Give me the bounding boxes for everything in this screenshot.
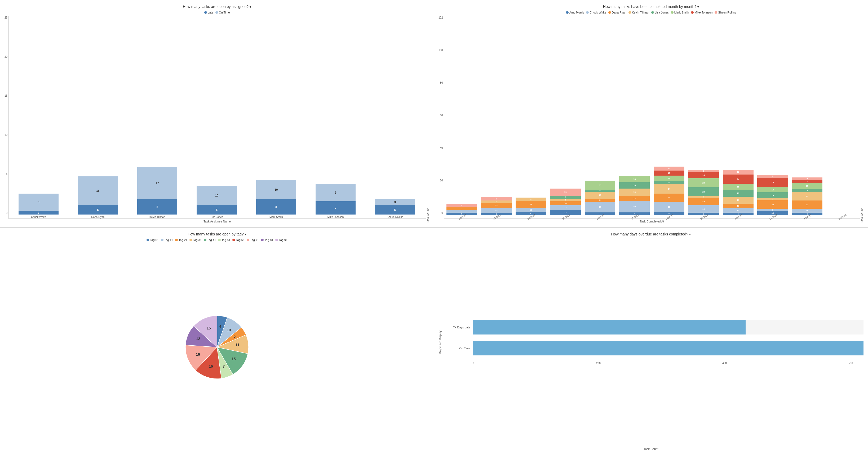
tag-legend-text: Tag 91 (279, 238, 287, 241)
monthly-segment: 6 (757, 209, 788, 211)
monthly-bar-group: 61211181815241210/2017 (721, 170, 755, 219)
monthly-segment: 15 (757, 192, 788, 198)
monthly-segment: 18 (723, 197, 753, 204)
monthly-segment: 15 (792, 183, 823, 189)
monthly-segment: 12 (723, 208, 753, 213)
monthly-bar-group: 01/2018 (825, 215, 859, 219)
pie-label: 10 (227, 328, 231, 332)
monthly-segment: 7 (446, 207, 477, 210)
monthly-segment: 13 (550, 210, 581, 215)
monthly-legend-item: Dana Ryan (608, 11, 626, 14)
monthly-segment: 14 (757, 187, 788, 193)
overdue-dropdown-arrow[interactable]: ▾ (689, 232, 691, 236)
legend-text: Lisa Jones (655, 11, 669, 14)
monthly-segment: 10 (757, 211, 788, 215)
monthly-segment: 24 (654, 184, 684, 193)
pie-label: 11 (235, 343, 240, 347)
y-axis-ticks: 25 20 15 10 5 0 (4, 16, 8, 223)
bar-x-label: Lisa Jones (210, 216, 223, 219)
overdue-bar-row: 7+ Days Late409 (444, 320, 864, 334)
legend-color-dot (715, 11, 717, 14)
bar-segment-late: 5 (196, 205, 237, 215)
tag-legend-dot (218, 239, 221, 241)
bar-group: 105Lisa Jones (188, 186, 245, 219)
monthly-segment: 11 (516, 208, 546, 212)
bar-segment-late: 8 (137, 199, 177, 215)
tags-legend-item: Tag 81 (261, 238, 273, 241)
bar-group: 35Shaun Rollins (366, 199, 424, 219)
monthly-legend-item: Amy Morris (566, 11, 584, 14)
monthly-segment: 11 (723, 204, 753, 208)
assignee-legend: Late On Time (204, 11, 230, 14)
monthly-segment: 9 (516, 198, 546, 201)
monthly-bar-group: 61021228157712/2017 (790, 177, 824, 219)
tag-legend-text: Tag 61 (236, 238, 245, 241)
monthly-segment: 7 (792, 181, 823, 183)
x-axis-title: Task Assignee Name (8, 220, 426, 223)
monthly-segment: 19 (550, 189, 581, 196)
pie-chart-container: 61051115716161215 (180, 310, 254, 384)
tag-legend-dot (247, 239, 249, 241)
monthly-bar-group: 131210771905/2017 (549, 189, 582, 219)
overdue-x-axis-title: Task Count (438, 447, 864, 451)
legend-text: Chuck White (590, 11, 606, 14)
monthly-chart-title[interactable]: How many tasks have been completed month… (603, 4, 699, 9)
monthly-segment: 6 (446, 213, 477, 215)
tags-legend-item: Tag 51 (218, 238, 230, 241)
monthly-x-axis-title: Task Completed At (444, 220, 860, 223)
monthly-legend-item: Mark Smith (671, 11, 689, 14)
monthly-segment: 16 (619, 182, 650, 189)
tag-legend-text: Tag 71 (250, 238, 259, 241)
monthly-legend-item: Kevin Tillman (628, 11, 649, 14)
legend-text: Dana Ryan (612, 11, 626, 14)
bar-segment-late: 8 (256, 199, 296, 215)
pie-label: 16 (196, 352, 200, 356)
late-dot (204, 11, 207, 14)
monthly-segment: 13 (654, 170, 684, 175)
monthly-segment: 7 (619, 213, 650, 215)
monthly-segment: 23 (688, 178, 719, 187)
monthly-segment: 8 (654, 181, 684, 184)
monthly-segment: 5 (481, 213, 512, 215)
bar-segment-ontime: 9 (316, 184, 355, 201)
tags-legend-item: Tag 91 (275, 238, 287, 241)
bar-x-label: Mark Smith (270, 216, 283, 219)
tag-legend-dot (275, 239, 278, 241)
tags-chart-title[interactable]: How many tasks are open by tag? ▾ (188, 232, 246, 236)
tag-legend-text: Tag 81 (265, 238, 273, 241)
monthly-segment: 5 (757, 198, 788, 200)
tags-chart-panel: How many tasks are open by tag? ▾ Tag 01… (0, 228, 434, 455)
assignee-chart-title[interactable]: How many tasks are open by assignee? ▾ (183, 4, 251, 9)
assignee-dropdown-arrow[interactable]: ▾ (250, 5, 251, 9)
ontime-dot (215, 11, 218, 14)
monthly-legend-item: Shaun Rollins (715, 11, 736, 14)
bar-segment-ontime: 3 (375, 199, 415, 205)
legend-color-dot (586, 11, 589, 14)
legend-color-dot (566, 11, 568, 14)
pie-label: 7 (223, 364, 225, 368)
bar-x-label: Dana Ryan (91, 216, 105, 219)
monthly-segment: 7 (446, 210, 477, 213)
monthly-segment: 18 (688, 198, 719, 205)
monthly-segment: 12 (550, 205, 581, 210)
monthly-y-ticks: 122 100 80 60 40 20 0 (438, 16, 444, 223)
tag-legend-dot (161, 239, 163, 241)
monthly-segment: 8 (516, 212, 546, 215)
monthly-segment: 13 (481, 208, 512, 213)
monthly-segment: 7 (792, 177, 823, 180)
tags-dropdown-arrow[interactable]: ▾ (245, 232, 246, 236)
monthly-segment: 9 (446, 204, 477, 207)
tags-legend-item: Tag 01 (147, 238, 159, 241)
legend-text: Shaun Rollins (718, 11, 736, 14)
tag-legend-dot (204, 239, 207, 241)
pie-label: 6 (219, 324, 221, 329)
overdue-x-ticks: 0200400586 (444, 362, 864, 365)
ontime-label: On Time (219, 11, 230, 14)
legend-text: Kevin Tillman (632, 11, 649, 14)
monthly-x-label: 01/2018 (838, 214, 847, 220)
pie-label: 15 (231, 356, 236, 361)
monthly-bar-group: 619185232316609/2017 (686, 170, 720, 219)
monthly-chart-panel: How many tasks have been completed month… (434, 0, 868, 228)
overdue-chart-title[interactable]: How many days overdue are tasks complete… (611, 232, 691, 236)
monthly-dropdown-arrow[interactable]: ▾ (698, 5, 699, 9)
